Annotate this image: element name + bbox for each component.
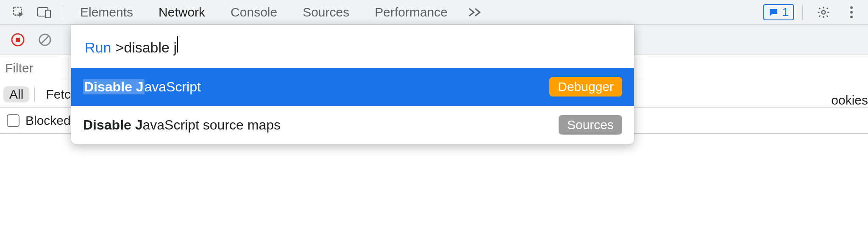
command-prefix: Run bbox=[85, 39, 111, 56]
svg-line-10 bbox=[41, 36, 49, 44]
tab-label: Sources bbox=[303, 5, 349, 19]
blocked-cookies-checkbox[interactable] bbox=[7, 114, 19, 127]
chip-all[interactable]: All bbox=[3, 86, 29, 102]
command-item-title: Disable JavaScript source maps bbox=[83, 117, 281, 133]
svg-point-6 bbox=[850, 16, 853, 18]
tab-network[interactable]: Network bbox=[146, 0, 218, 24]
text-caret bbox=[177, 36, 178, 52]
separator bbox=[802, 5, 803, 20]
svg-rect-2 bbox=[45, 10, 50, 18]
inspect-element-icon[interactable] bbox=[6, 0, 31, 24]
kebab-icon bbox=[850, 6, 853, 19]
tab-performance[interactable]: Performance bbox=[362, 0, 460, 24]
tab-elements[interactable]: Elements bbox=[67, 0, 146, 24]
more-tabs-button[interactable] bbox=[460, 0, 491, 24]
command-menu: Run > disable j Disable JavaScript Debug… bbox=[71, 25, 634, 144]
command-item-disable-js-source-maps[interactable]: Disable JavaScript source maps Sources bbox=[71, 106, 634, 144]
settings-button[interactable] bbox=[811, 6, 836, 19]
svg-point-4 bbox=[850, 6, 853, 9]
command-query: disable j bbox=[124, 39, 177, 56]
cookies-label-fragment: ookies bbox=[829, 88, 868, 113]
tab-label: Network bbox=[159, 5, 205, 19]
devtools-tabstrip: Elements Network Console Sources Perform… bbox=[0, 0, 868, 25]
command-input-row[interactable]: Run > disable j bbox=[71, 25, 634, 68]
filter-input[interactable] bbox=[5, 61, 69, 75]
tab-console[interactable]: Console bbox=[218, 0, 290, 24]
blocked-label: Blocked bbox=[25, 113, 71, 128]
command-item-badge: Debugger bbox=[549, 77, 622, 97]
svg-point-3 bbox=[822, 10, 826, 14]
command-item-badge: Sources bbox=[559, 115, 622, 135]
separator bbox=[34, 87, 35, 102]
tab-sources[interactable]: Sources bbox=[290, 0, 362, 24]
clear-icon bbox=[38, 33, 52, 47]
record-button[interactable] bbox=[8, 30, 27, 49]
chevrons-right-icon bbox=[468, 8, 483, 17]
gear-icon bbox=[817, 6, 830, 19]
command-item-disable-javascript[interactable]: Disable JavaScript Debugger bbox=[71, 68, 634, 106]
issues-count: 1 bbox=[782, 6, 789, 19]
command-chevron: > bbox=[115, 39, 124, 56]
separator bbox=[62, 5, 62, 20]
issues-counter[interactable]: 1 bbox=[763, 4, 794, 20]
chat-icon bbox=[768, 7, 779, 17]
tab-label: Elements bbox=[80, 5, 133, 19]
tab-label: Console bbox=[231, 5, 277, 19]
tab-label: Performance bbox=[375, 5, 448, 19]
clear-button[interactable] bbox=[36, 30, 54, 49]
device-toolbar-icon[interactable] bbox=[31, 0, 57, 24]
command-item-title: Disable JavaScript bbox=[83, 79, 201, 95]
kebab-menu-button[interactable] bbox=[839, 6, 864, 19]
record-icon bbox=[11, 33, 25, 47]
svg-point-5 bbox=[850, 11, 853, 14]
svg-rect-8 bbox=[16, 38, 20, 42]
